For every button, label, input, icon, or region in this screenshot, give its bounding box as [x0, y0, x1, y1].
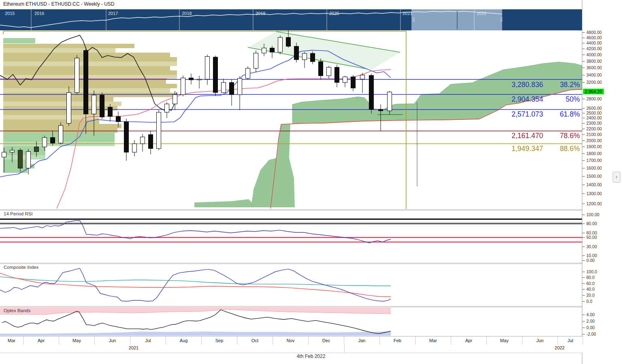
candle-body: [379, 109, 383, 111]
ichimoku-cloud: [194, 199, 253, 207]
axis-tick-label: 80.0: [586, 275, 594, 280]
fib-pct: 78.6%: [545, 132, 580, 140]
candle-body: [262, 48, 266, 53]
axis-tick: [582, 153, 585, 154]
month-label-may-14: May: [487, 336, 522, 345]
panel-separator[interactable]: [0, 209, 582, 210]
navigator-handle-right[interactable]: [502, 17, 503, 18]
candle[interactable]: [124, 119, 129, 161]
navigator-handle-left[interactable]: [413, 19, 413, 20]
candle[interactable]: [189, 74, 194, 85]
navigator-handle-right[interactable]: [502, 21, 503, 21]
candle[interactable]: [230, 79, 234, 106]
axis-tick-label: 4200.00: [586, 46, 602, 51]
candle-body: [10, 150, 15, 152]
year-axis: 20212022: [0, 345, 583, 353]
fib-level-618: 2,571.073 61.8%: [421, 110, 580, 119]
axis-tick-label: 1500.00: [586, 174, 602, 179]
navigator-handle-left[interactable]: [414, 19, 415, 20]
composite-canvas[interactable]: [0, 264, 582, 306]
candle[interactable]: [100, 93, 104, 119]
candle[interactable]: [369, 74, 374, 114]
rsi-canvas[interactable]: [0, 210, 582, 263]
timeline-navigator[interactable]: 20152016201720182019202020212022: [0, 9, 582, 30]
navigator-handle-left[interactable]: [413, 17, 413, 18]
main-chart-panel[interactable]: [0, 30, 582, 209]
candle[interactable]: [319, 58, 323, 79]
candle[interactable]: [335, 64, 339, 87]
candle[interactable]: [302, 52, 307, 68]
axis-tick: [582, 32, 585, 33]
candle-body: [286, 37, 291, 46]
axis-tick-label: 1600.00: [586, 166, 602, 170]
axis-tick: [582, 277, 585, 278]
candle[interactable]: [181, 75, 185, 96]
candle[interactable]: [311, 51, 315, 64]
candle[interactable]: [327, 66, 331, 79]
candle-body: [311, 53, 315, 62]
optex-canvas[interactable]: [0, 307, 582, 336]
candle[interactable]: [205, 55, 210, 85]
panel-separator[interactable]: [0, 263, 582, 263]
panel-separator[interactable]: [0, 306, 582, 307]
candle-body: [181, 78, 185, 95]
candle[interactable]: [197, 76, 202, 88]
navigator-handle-right[interactable]: [502, 19, 503, 20]
navigator-handle-left[interactable]: [414, 21, 415, 21]
chart-title: Ethereum ETH/USD - ETHUSD:CC - Weekly - …: [3, 1, 114, 7]
candle[interactable]: [351, 75, 356, 91]
candle-body: [360, 75, 365, 79]
candle[interactable]: [141, 134, 145, 151]
navigator-handle-right[interactable]: [501, 21, 501, 21]
candle-body: [18, 150, 23, 168]
axis-tick-label: 100.0: [586, 269, 597, 274]
candle[interactable]: [360, 73, 365, 93]
fib-level-786: 2,161.470 78.6%: [421, 132, 580, 140]
candle[interactable]: [343, 76, 347, 87]
candle[interactable]: [59, 122, 63, 145]
axis-tick-label: 2000.00: [586, 138, 602, 143]
candle[interactable]: [67, 86, 71, 126]
axis-tick-label: -2.00: [586, 332, 596, 336]
collapse-axis-button[interactable]: ‹: [613, 172, 620, 183]
volume-profile-bar: [3, 146, 45, 151]
rsi-panel-label: 14 Period RSI: [4, 211, 33, 216]
candle[interactable]: [246, 66, 250, 80]
candle[interactable]: [254, 50, 258, 72]
candle[interactable]: [157, 110, 161, 150]
candle[interactable]: [149, 131, 153, 154]
candle[interactable]: [165, 102, 169, 118]
navigator-handle-right[interactable]: [501, 17, 501, 18]
navigator-handle-left[interactable]: [414, 17, 415, 18]
axis-tick-label: 0.00: [586, 258, 594, 263]
axis-tick-label: 3400.00: [586, 72, 602, 77]
axis-tick-label: 2400.00: [586, 115, 602, 120]
axis-tick: [582, 334, 585, 334]
candle[interactable]: [286, 30, 291, 48]
candle[interactable]: [238, 76, 242, 110]
axis-tick-label: 3600.00: [586, 65, 602, 70]
navigator-handle-left[interactable]: [413, 21, 413, 21]
candle[interactable]: [222, 79, 226, 93]
candle[interactable]: [132, 140, 137, 157]
month-label-mar-12: Mar: [415, 336, 451, 345]
year-label-2022: 2022: [555, 345, 564, 350]
candle[interactable]: [388, 91, 392, 114]
candle-body: [165, 104, 169, 113]
navigator-selection[interactable]: [411, 9, 502, 30]
cursor-date-label: 4th Feb 2022: [0, 353, 622, 359]
candle[interactable]: [75, 55, 79, 95]
main-chart-canvas[interactable]: [0, 30, 582, 209]
navigator-canvas[interactable]: 20152016201720182019202020212022: [0, 9, 582, 30]
fib-pct: 50%: [545, 95, 580, 104]
candle-body: [230, 83, 234, 95]
candle[interactable]: [278, 36, 283, 54]
candle-body: [388, 92, 392, 111]
volume-profile-bar: [3, 62, 177, 66]
ichimoku-cloud: [251, 124, 295, 207]
candle-body: [34, 147, 39, 151]
volume-profile-bar: [3, 155, 45, 160]
navigator-handle-right[interactable]: [501, 19, 501, 20]
axis-tick-label: 2600.00: [586, 106, 602, 111]
candle[interactable]: [213, 55, 218, 96]
